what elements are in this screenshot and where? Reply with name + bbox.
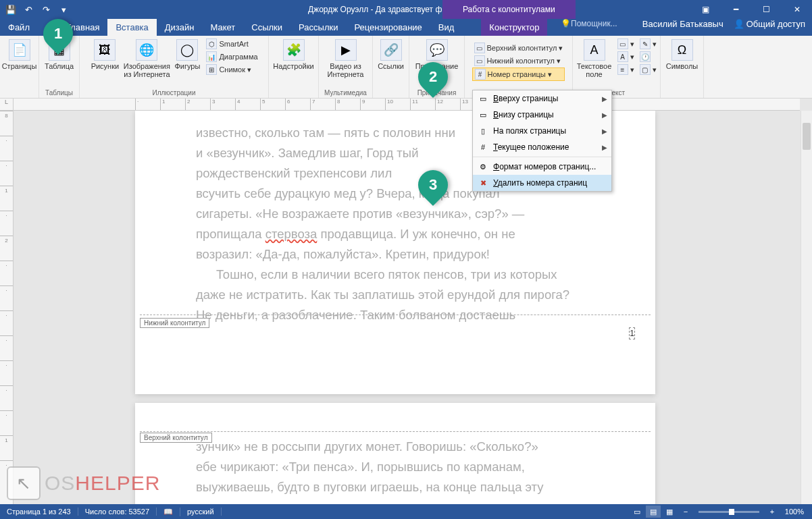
status-page[interactable]: Страница 1 из 243: [0, 508, 78, 516]
ribbon-options-icon[interactable]: ▣: [690, 0, 721, 19]
text-small-5[interactable]: 🕐: [638, 51, 659, 63]
tab-mailings[interactable]: Рассылки: [290, 19, 346, 36]
shapes-label: Фигуры: [174, 62, 200, 70]
online-pictures-button[interactable]: 🌐 Изображения из Интернета: [123, 38, 170, 80]
menu-current-position[interactable]: #Текущее положение▶: [473, 139, 611, 155]
print-layout-icon[interactable]: ▤: [646, 506, 661, 518]
save-icon[interactable]: 💾: [4, 3, 18, 16]
video-icon: ▶: [335, 39, 357, 61]
tab-layout[interactable]: Макет: [202, 19, 243, 36]
footer-tag: Нижний колонтитул: [140, 318, 209, 328]
page-number-menu: ▭Вверху страницы▶ ▭Внизу страницы▶ ▯На п…: [472, 90, 612, 192]
spelling-error: стервоза: [265, 227, 318, 241]
pages-button[interactable]: 📄 Страницы: [3, 38, 36, 72]
page-number-icon: #: [475, 69, 486, 80]
share-button[interactable]: 👤 Общий доступ: [734, 19, 805, 29]
scrollbar-thumb[interactable]: [803, 123, 811, 150]
zoom-level[interactable]: 100%: [781, 508, 808, 516]
title-bar: 💾 ↶ ↷ ▾ Джордж Оруэлл - Да здравствует ф…: [0, 0, 812, 19]
addins-button[interactable]: 🧩 Надстройки: [272, 38, 316, 72]
status-words[interactable]: Число слов: 53527: [78, 508, 157, 516]
horizontal-ruler[interactable]: ·123456789101112131415161718: [14, 99, 800, 111]
zoom-handle[interactable]: [729, 509, 734, 515]
cursor-icon: ↖: [7, 466, 41, 500]
chevron-right-icon: ▶: [602, 95, 607, 103]
tab-design[interactable]: Дизайн: [157, 19, 203, 36]
vertical-scrollbar[interactable]: [801, 111, 812, 504]
web-layout-icon[interactable]: ▦: [662, 506, 677, 518]
menu-remove-numbers[interactable]: ✖Удалить номера страниц: [473, 175, 611, 191]
qat-dropdown-icon[interactable]: ▾: [57, 3, 70, 16]
tab-insert[interactable]: Вставка: [107, 19, 156, 36]
text-small-2[interactable]: A▾: [615, 51, 636, 63]
shapes-button[interactable]: ◯ Фигуры: [172, 38, 203, 72]
page-number-button[interactable]: #Номер страницы▾: [472, 67, 565, 81]
close-icon[interactable]: ✕: [782, 0, 812, 19]
vertical-ruler[interactable]: 8··1·2·······1·: [0, 111, 14, 504]
menu-top-of-page[interactable]: ▭Вверху страницы▶: [473, 90, 611, 107]
zoom-out-icon[interactable]: −: [678, 506, 693, 518]
read-mode-icon[interactable]: ▭: [630, 506, 644, 518]
screenshot-button[interactable]: ⊞Снимок▾: [204, 63, 259, 76]
table-label: Таблица: [45, 62, 74, 70]
status-bar: Страница 1 из 243 Число слов: 53527 📖 ру…: [0, 504, 812, 519]
text-small-1[interactable]: ▭▾: [615, 38, 636, 50]
footer-boundary: [140, 315, 651, 315]
context-tab-title: Работа с колонтитулами: [442, 0, 576, 19]
undo-icon[interactable]: ↶: [22, 3, 35, 16]
pages-icon: 📄: [9, 39, 30, 61]
addins-label: Надстройки: [273, 62, 313, 70]
page-2[interactable]: Верхний колонтитул зунчик» не в россыпи …: [135, 403, 655, 504]
footer-button[interactable]: ▭Нижний колонтитул▾: [472, 55, 565, 67]
tab-file[interactable]: Файл: [0, 19, 38, 36]
page-number-field[interactable]: 1: [629, 327, 635, 339]
status-language[interactable]: русский: [180, 508, 221, 516]
quick-access-toolbar: 💾 ↶ ↷ ▾: [0, 3, 70, 16]
maximize-icon[interactable]: ☐: [751, 0, 782, 19]
symbols-button[interactable]: Ω Символы: [663, 38, 701, 72]
menu-icon: ▭: [477, 93, 489, 104]
online-pictures-icon: 🌐: [136, 39, 157, 61]
text-small-4[interactable]: ✎▾: [638, 38, 659, 50]
links-icon: 🔗: [380, 39, 402, 61]
zoom-slider[interactable]: [699, 511, 759, 513]
links-button[interactable]: 🔗 Ссылки: [375, 38, 407, 72]
pictures-button[interactable]: 🖼 Рисунки: [88, 38, 122, 72]
links-label: Ссылки: [378, 62, 404, 70]
redo-icon[interactable]: ↷: [39, 3, 53, 16]
menu-page-margins[interactable]: ▯На полях страницы▶: [473, 123, 611, 139]
tab-designer[interactable]: Конструктор: [481, 19, 547, 36]
share-label: Общий доступ: [746, 19, 805, 29]
textbox-icon: A: [584, 39, 605, 61]
watermark: ↖ OSHELPER: [7, 466, 160, 500]
tab-view[interactable]: Вид: [430, 19, 463, 36]
delete-icon: ✖: [477, 177, 489, 188]
menu-separator: [473, 157, 611, 157]
user-name[interactable]: Василий Батькавыч: [642, 19, 724, 29]
text-small-6[interactable]: ▢▾: [638, 63, 659, 76]
menu-format-numbers[interactable]: ⚙Формат номеров страниц...: [473, 159, 611, 175]
status-spellcheck-icon[interactable]: 📖: [157, 508, 180, 516]
zoom-in-icon[interactable]: +: [765, 506, 780, 518]
video-button[interactable]: ▶ Видео из Интернета: [323, 38, 369, 80]
tell-me-label: Помощник...: [571, 19, 617, 28]
shapes-icon: ◯: [176, 39, 198, 61]
chevron-right-icon: ▶: [602, 128, 607, 135]
smartart-button[interactable]: ⬡SmartArt: [204, 38, 259, 50]
chart-icon: 📊: [206, 51, 217, 62]
textbox-label: Текстовое поле: [576, 62, 613, 78]
chart-button[interactable]: 📊Диаграмма: [204, 51, 259, 63]
header-button[interactable]: ▭Верхний колонтитул▾: [472, 42, 565, 54]
textbox-button[interactable]: A Текстовое поле: [575, 38, 614, 80]
window-controls: ▣ ━ ☐ ✕: [690, 0, 812, 19]
group-tables: Таблицы: [45, 88, 73, 97]
ribbon: 📄 Страницы ▦ Таблица Таблицы 🖼 Рисунки 🌐…: [0, 36, 812, 99]
header-boundary: [140, 431, 651, 432]
tell-me-search[interactable]: 💡 Помощник...: [561, 19, 617, 28]
tab-review[interactable]: Рецензирование: [346, 19, 430, 36]
tab-references[interactable]: Ссылки: [243, 19, 290, 36]
text-small-3[interactable]: ≡▾: [615, 63, 636, 76]
minimize-icon[interactable]: ━: [721, 0, 751, 19]
pictures-label: Рисунки: [91, 62, 120, 70]
menu-bottom-of-page[interactable]: ▭Внизу страницы▶: [473, 107, 611, 123]
